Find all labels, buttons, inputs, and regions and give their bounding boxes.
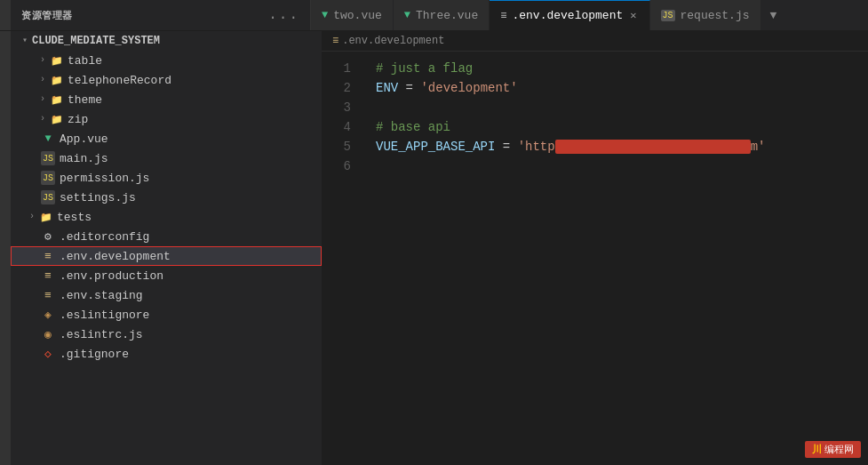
tab-env-dev-label: .env.development [512,9,623,22]
env-icon-tab3: ≡ [500,10,506,22]
editor-content: 1 2 3 4 5 6 # just a flag ENV = 'develop… [322,52,868,465]
env-development-label: .env.development [60,250,322,263]
code-line-5: VUE_APP_BASE_API = 'httpREDACTEDm' [362,137,868,156]
theme-chevron [36,92,50,107]
sidebar-tree: CLUDE_MEDIATE_SYSTEM 📁 table 📁 telephone… [11,31,322,465]
app-vue-label: App.vue [60,132,322,146]
tab-two-vue[interactable]: ▼ two.vue [311,0,394,30]
val-url-suffix: m' [751,140,766,154]
sidebar-item-settings-js[interactable]: JS settings.js [11,188,322,207]
editorconfig-label: .editorconfig [60,230,322,244]
sidebar-item-eslintignore[interactable]: ◈ .eslintignore [11,305,322,325]
val-url-prefix: 'http [518,140,555,154]
line-num-4: 4 [332,117,351,137]
breadcrumb-filename: .env.development [342,35,444,47]
val-env: 'development' [420,81,517,95]
settings-js-label: settings.js [60,191,322,204]
main-js-label: main.js [60,152,322,165]
tests-chevron [25,210,39,224]
tab-bar: 资源管理器 ... ▼ two.vue ▼ Three.vue ≡ .env.d… [0,0,868,31]
sidebar-item-theme[interactable]: 📁 theme [11,90,322,109]
env-production-label: .env.production [60,269,322,283]
sidebar-dots[interactable]: ... [268,7,299,23]
sidebar-item-eslintrc-js[interactable]: ◉ .eslintrc.js [11,325,322,344]
line-num-1: 1 [332,59,351,78]
editor-panel: ≡ .env.development 1 2 3 4 5 6 # just a … [322,31,868,465]
eslintrc-js-label: .eslintrc.js [60,328,322,341]
sidebar-title-tab: 资源管理器 [21,9,73,22]
sidebar-item-tests[interactable]: 📁 tests [11,207,322,227]
breadcrumb: ≡ .env.development [322,31,868,52]
zip-chevron [36,112,50,126]
redacted-url: REDACTED [555,140,751,154]
vue-icon-app: ▼ [41,132,55,146]
code-line-1: # just a flag [362,59,868,78]
folder-icon-telephone: 📁 [50,73,64,87]
tab-close-button[interactable]: ✕ [628,7,638,24]
line-num-6: 6 [332,156,351,176]
tab-three-vue[interactable]: ▼ Three.vue [394,0,490,30]
table-label: table [68,54,322,68]
sidebar-item-app-vue[interactable]: ▼ App.vue [11,129,322,148]
permission-js-label: permission.js [60,172,322,185]
tab-request-js-label: request.js [681,9,750,22]
code-line-2: ENV = 'development' [362,78,868,98]
folder-icon-table: 📁 [50,53,64,68]
key-env: ENV [376,81,398,95]
sidebar-item-env-production[interactable]: ≡ .env.production [11,266,322,285]
sidebar-item-editorconfig[interactable]: ⚙ .editorconfig [11,227,322,246]
tab-env-development[interactable]: ≡ .env.development ✕ [490,0,649,30]
activity-bar [0,0,11,30]
root-label: CLUDE_MEDIATE_SYSTEM [32,35,322,47]
op-2: = [398,81,420,95]
env-icon-dev: ≡ [41,249,55,263]
folder-icon-zip: 📁 [50,112,64,126]
code-line-3 [362,98,868,117]
git-icon: ◇ [41,347,55,361]
tests-label: tests [57,211,322,224]
line-num-5: 5 [332,137,351,156]
eslintignore-label: .eslintignore [60,309,322,322]
telephoneRecord-label: telephoneRecord [68,74,322,87]
op-5: = [495,140,517,154]
line-numbers: 1 2 3 4 5 6 [322,52,362,465]
tab-overflow-chevron: ▼ [763,0,784,30]
sidebar-item-telephoneRecord[interactable]: 📁 telephoneRecord [11,70,322,90]
line-num-2: 2 [332,78,351,98]
sidebar-item-env-staging[interactable]: ≡ .env.staging [11,285,322,305]
breadcrumb-env-icon: ≡ [332,35,338,47]
tab-request-js[interactable]: JS request.js [650,0,761,30]
sidebar-item-main-js[interactable]: JS main.js [11,148,322,168]
js-icon-permission: JS [41,171,55,185]
line-num-3: 3 [332,98,351,117]
sidebar-item-zip[interactable]: 📁 zip [11,109,322,129]
code-area[interactable]: # just a flag ENV = 'development' # base… [362,52,868,465]
comment-1: # just a flag [376,61,473,76]
activity-bar-side [0,31,11,465]
sidebar-item-env-development[interactable]: ≡ .env.development [11,246,322,266]
gear-icon-editor: ⚙ [41,229,55,244]
watermark-logo: 川 [812,444,822,454]
vue-icon-tab2: ▼ [404,9,410,21]
key-vue-app-base: VUE_APP_BASE_API [376,140,495,154]
vue-icon-tab1: ▼ [322,9,328,21]
js-icon-tab4: JS [661,10,675,21]
gitignore-label: .gitignore [60,348,322,361]
sidebar-item-gitignore[interactable]: ◇ .gitignore [11,344,322,364]
sidebar: CLUDE_MEDIATE_SYSTEM 📁 table 📁 telephone… [11,31,322,465]
env-icon-prod: ≡ [41,269,55,283]
env-icon-staging: ≡ [41,288,55,302]
tab-three-vue-label: Three.vue [416,9,478,22]
watermark: 川 编程网 [805,441,861,458]
sidebar-item-permission-js[interactable]: JS permission.js [11,168,322,188]
eslint-icon-rc: ◉ [41,327,55,341]
telephoneRecord-chevron [36,73,50,87]
code-line-4: # base api [362,117,868,137]
js-icon-settings: JS [41,190,55,204]
sidebar-item-root[interactable]: CLUDE_MEDIATE_SYSTEM [11,31,322,51]
sidebar-item-table[interactable]: 📁 table [11,51,322,70]
js-icon-main: JS [41,151,55,165]
code-line-6 [362,156,868,176]
eslint-icon-ignore: ◈ [41,308,55,322]
folder-icon-tests: 📁 [39,210,53,224]
